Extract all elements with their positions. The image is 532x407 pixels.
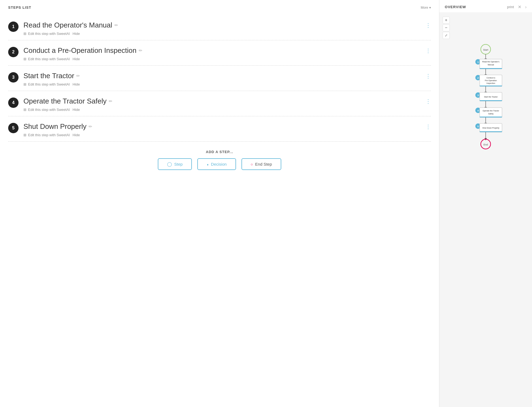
hide-link-5[interactable]: Hide [72,133,80,137]
step-content-5: Shut Down Properly ✏ ⊞ Edit this step wi… [23,122,421,137]
step-title-row-2: Conduct a Pre-Operation Inspection ✏ [23,46,421,55]
zoom-out-button[interactable]: − [443,24,450,31]
svg-text:5: 5 [477,125,479,128]
close-icon[interactable]: ✕ [518,4,521,10]
add-decision-label-text: Decision [211,162,227,166]
step-content-3: Start the Tractor ✏ ⊞ Edit this step wit… [23,72,421,86]
step-item-5: 5 Shut Down Properly ✏ ⊞ Edit this step … [8,116,431,141]
step-menu-4[interactable]: ⋮ [425,98,431,105]
hide-link-4[interactable]: Hide [72,108,80,112]
step-subtitle-3: ⊞ Edit this step with SweetAI Hide [23,82,421,86]
edit-with-ai-link-1[interactable]: Edit this step with SweetAI [28,32,70,36]
step-menu-3[interactable]: ⋮ [425,73,431,79]
add-decision-button[interactable]: ⬧ Decision [197,158,236,170]
step-title-1: Read the Operator's Manual [23,21,112,29]
zoom-in-button[interactable]: + [443,17,450,24]
more-button[interactable]: More ▾ [421,6,431,10]
svg-text:Inspection: Inspection [486,82,495,84]
zoom-fit-button[interactable]: ⤢ [443,32,450,39]
hide-link-1[interactable]: Hide [72,32,80,36]
expand-icon[interactable]: › [525,5,527,10]
step-number-2: 2 [8,47,19,57]
add-end-label-text: End Step [255,162,272,166]
add-step-label-text: Step [174,162,183,166]
step-title-row-1: Read the Operator's Manual ✏ [23,21,421,29]
step-subtitle-2: ⊞ Edit this step with SweetAI Hide [23,57,421,61]
svg-rect-22 [480,100,502,101]
add-step-label: ADD A STEP... [8,150,431,154]
svg-rect-26 [480,108,502,117]
svg-text:Operate the Tractor: Operate the Tractor [483,110,499,112]
step-item-2: 2 Conduct a Pre-Operation Inspection ✏ ⊞… [8,40,431,65]
overview-title: OVERVIEW [445,5,466,9]
step-title-5: Shut Down Properly [23,122,86,131]
step-content-2: Conduct a Pre-Operation Inspection ✏ ⊞ E… [23,46,421,61]
edit-with-ai-link-5[interactable]: Edit this step with SweetAI [28,133,70,137]
svg-text:Start the Tractor: Start the Tractor [484,96,498,98]
sweet-ai-icon-4: ⊞ [23,108,26,112]
end-circle-icon: ○ [251,162,253,166]
step-number-3: 3 [8,72,19,83]
svg-text:4: 4 [477,109,479,112]
edit-icon-4[interactable]: ✏ [109,99,112,104]
sweet-ai-icon-3: ⊞ [23,82,26,86]
step-menu-2[interactable]: ⋮ [425,47,431,54]
step-item-4: 4 Operate the Tractor Safely ✏ ⊞ Edit th… [8,91,431,116]
step-title-2: Conduct a Pre-Operation Inspection [23,46,137,55]
step-number-5: 5 [8,123,19,133]
sweet-ai-icon-2: ⊞ [23,57,26,61]
decision-diamond-icon: ⬧ [207,162,209,166]
svg-rect-16 [480,86,502,86]
svg-text:Read the Operator's: Read the Operator's [482,61,500,63]
add-step-button[interactable]: ◯ Step [158,158,192,170]
step-content-4: Operate the Tractor Safely ✏ ⊞ Edit this… [23,97,421,112]
step-number-4: 4 [8,98,19,108]
add-end-step-button[interactable]: ○ End Step [241,158,281,170]
step-content-1: Read the Operator's Manual ✏ ⊞ Edit this… [23,21,421,36]
edit-icon-1[interactable]: ✏ [114,23,118,28]
step-menu-1[interactable]: ⋮ [425,22,431,29]
panel-header: STEPS LIST More ▾ [8,5,431,10]
svg-text:1: 1 [477,61,479,63]
sweet-ai-icon-1: ⊞ [23,32,26,36]
step-subtitle-4: ⊞ Edit this step with SweetAI Hide [23,108,421,112]
flowchart-area: + − ⤢ Start 1 Read the Operator's [439,12,532,407]
svg-text:Safely: Safely [488,113,494,115]
step-title-4: Operate the Tractor Safely [23,97,107,105]
svg-text:Pre-Operation: Pre-Operation [485,80,497,82]
svg-text:2: 2 [477,77,479,79]
main-layout: STEPS LIST More ▾ 1 Read the Operator's … [0,0,532,407]
steps-list-title: STEPS LIST [8,5,31,10]
svg-text:Manual: Manual [488,64,494,66]
edit-with-ai-link-4[interactable]: Edit this step with SweetAI [28,108,70,112]
flowchart-svg: Start 1 Read the Operator's Manual [458,43,513,201]
header-actions: print ✕ › [507,4,527,10]
step-circle-icon: ◯ [167,162,172,167]
hide-link-2[interactable]: Hide [72,57,80,61]
right-panel: OVERVIEW print ✕ › + − ⤢ Start [439,0,532,407]
edit-icon-2[interactable]: ✏ [139,48,142,53]
svg-rect-35 [480,131,502,132]
svg-text:End: End [483,143,488,146]
step-title-row-4: Operate the Tractor Safely ✏ [23,97,421,105]
edit-with-ai-link-3[interactable]: Edit this step with SweetAI [28,82,70,86]
edit-icon-5[interactable]: ✏ [89,124,92,129]
step-item-3: 3 Start the Tractor ✏ ⊞ Edit this step w… [8,66,431,91]
chevron-down-icon: ▾ [429,6,431,10]
flowchart-svg-container: Start 1 Read the Operator's Manual [443,43,529,201]
hide-link-3[interactable]: Hide [72,82,80,86]
add-step-buttons: ◯ Step ⬧ Decision ○ End Step [8,158,431,170]
overview-header: OVERVIEW print ✕ › [439,0,532,12]
svg-rect-29 [480,117,502,117]
step-title-row-3: Start the Tractor ✏ [23,72,421,80]
svg-text:Shut Down Properly: Shut Down Properly [482,127,500,129]
edit-icon-3[interactable]: ✏ [76,73,80,78]
step-item-1: 1 Read the Operator's Manual ✏ ⊞ Edit th… [8,15,431,40]
more-label: More [421,6,428,10]
step-menu-5[interactable]: ⋮ [425,123,431,130]
step-title-row-5: Shut Down Properly ✏ [23,122,421,131]
svg-rect-8 [480,68,502,69]
edit-with-ai-link-2[interactable]: Edit this step with SweetAI [28,57,70,61]
svg-text:Conduct a: Conduct a [486,77,495,79]
print-button[interactable]: print [507,5,514,9]
